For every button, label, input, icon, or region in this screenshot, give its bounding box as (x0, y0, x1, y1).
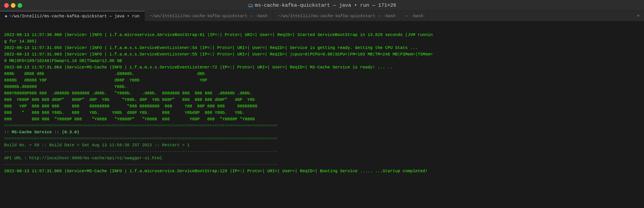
terminal-line: ----------------------------------------… (4, 161, 640, 168)
tab-bash-2[interactable]: ~/ws/IntelliJ/ms-cache-kafka-quickstart … (273, 11, 401, 21)
maximize-button[interactable] (18, 3, 22, 8)
window-title: 🗂 ms-cache-kafka-quickstart — java • run… (248, 2, 396, 9)
tab-java-run[interactable]: ~/ws/IntelliJ/ms-cache-kafka-quickstart … (0, 11, 145, 21)
traffic-lights (0, 3, 22, 8)
terminal-line: 888 Y888P 888 888 d88P" 888P" d8P Y8b "Y… (4, 96, 640, 103)
terminal-line: 2022-08-13 11:57:31.063 |Service= |INFO … (4, 51, 640, 58)
terminal-line: 2022-08-13 11:57:30.980 |Service= |INFO … (4, 32, 640, 38)
terminal-line: 2022-08-13 11:57:31.055 |Service= |INFO … (4, 45, 640, 51)
terminal-line: API URL : http://localhost:9090/ms-cache… (4, 155, 640, 161)
terminal-line: 888b d888 d8b .d8888b. d8b (4, 70, 640, 77)
terminal-line: 888Y88888P888 888 .d8888b 888d888 .d88b.… (4, 90, 640, 96)
terminal-line: g for 14.385) (4, 38, 640, 45)
terminal-line: 2022-08-13 11:57:31.064 |Service=MS-Cach… (4, 64, 640, 70)
tab-dot (5, 15, 7, 17)
folder-icon: 🗂 (248, 2, 253, 9)
terminal-line: Build No. = 59 :: Build Date = Sat Aug 1… (4, 142, 640, 148)
terminal-output: 2022-08-13 11:57:30.980 |Service= |INFO … (0, 21, 644, 208)
new-tab-button[interactable]: + (633, 11, 644, 21)
tab-bash-3[interactable]: — -bash (401, 11, 428, 21)
terminal-line: 888 Y8P 888 888 888 888 88888888 "888 88… (4, 103, 640, 110)
terminal-line: 88888b.d88888 Y88b. (4, 83, 640, 90)
terminal-line: 2022-08-13 11:57:31.065 |Service=MS-Cach… (4, 168, 640, 174)
title-bar: 🗂 ms-cache-kafka-quickstart — java • run… (0, 0, 644, 11)
close-button[interactable] (4, 3, 9, 8)
tabs-bar: ~/ws/IntelliJ/ms-cache-kafka-quickstart … (0, 11, 644, 21)
minimize-button[interactable] (11, 3, 16, 8)
tab-bash-1[interactable]: ~/ws/IntelliJ/ms-cache-kafka-quickstart … (145, 11, 273, 21)
terminal-line: 8888b d8888 Y8P d88P Y88b Y8P (4, 77, 640, 83)
terminal-line: ========================================… (4, 122, 640, 129)
terminal-line: 888 " 888 888 Y88b. 888 Y8b. Y88b d88P Y… (4, 110, 640, 116)
terminal-line: ========================================… (4, 135, 640, 142)
terminal-line: 0 MB|OFD=189/10240|FSwap=1.16 GB|TSwap=1… (4, 58, 640, 64)
terminal-line: 888 888 888 "Y8888P 888 "Y8888 "Y8888P" … (4, 116, 640, 122)
terminal-line: ----------------------------------------… (4, 148, 640, 155)
terminal-line: :: MS-Cache Service :: (0.3.0) (4, 129, 640, 135)
